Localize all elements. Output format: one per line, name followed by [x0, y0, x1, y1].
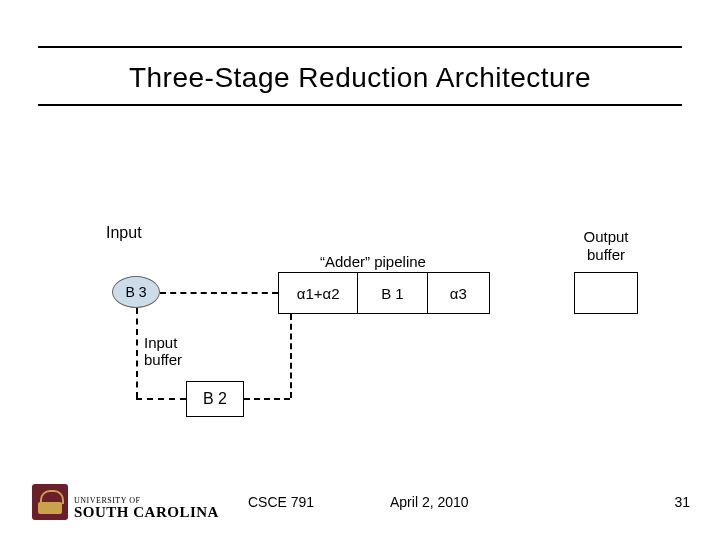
dash-b2-right	[244, 398, 290, 400]
label-input-buffer-l1: Input	[144, 334, 177, 351]
adder-pipeline: α1+α2 B 1 α3	[278, 272, 490, 314]
footer: UNIVERSITY OF SOUTH CAROLINA CSCE 791 Ap…	[0, 470, 720, 524]
rule-top	[38, 46, 682, 48]
dash-b2-up	[290, 314, 292, 398]
university-logo: UNIVERSITY OF SOUTH CAROLINA	[32, 484, 219, 520]
dash-b3-to-pipeline	[160, 292, 278, 294]
label-output-buffer-l1: Output	[583, 228, 628, 245]
slide-title: Three-Stage Reduction Architecture	[0, 62, 720, 94]
node-b3: B 3	[112, 276, 160, 308]
footer-page: 31	[674, 494, 690, 510]
label-input-buffer-l2: buffer	[144, 351, 182, 368]
footer-course: CSCE 791	[248, 494, 314, 510]
label-input: Input	[106, 224, 142, 242]
node-b2-label: B 2	[203, 390, 227, 408]
node-b3-label: B 3	[125, 284, 146, 300]
dash-ellipse-down	[136, 308, 138, 398]
label-output-buffer: Output buffer	[566, 228, 646, 264]
label-input-buffer: Input buffer	[144, 334, 182, 369]
footer-date: April 2, 2010	[390, 494, 469, 510]
logo-mark-icon	[32, 484, 68, 520]
logo-text: UNIVERSITY OF SOUTH CAROLINA	[74, 497, 219, 520]
rule-title-underline	[38, 104, 682, 106]
node-b2: B 2	[186, 381, 244, 417]
output-buffer	[574, 272, 638, 314]
logo-south-carolina: SOUTH CAROLINA	[74, 505, 219, 520]
pipeline-cell-0: α1+α2	[279, 273, 358, 313]
dash-to-b2	[136, 398, 186, 400]
label-adder-pipeline: “Adder” pipeline	[320, 253, 426, 270]
pipeline-cell-1: B 1	[358, 273, 427, 313]
pipeline-cell-2: α3	[428, 273, 489, 313]
label-output-buffer-l2: buffer	[587, 246, 625, 263]
